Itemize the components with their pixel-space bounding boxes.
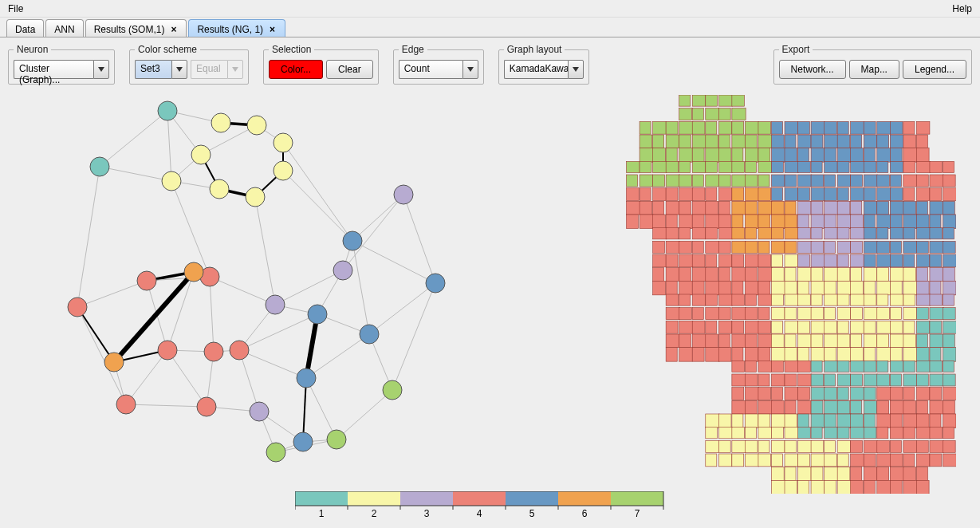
edge-select[interactable]: Count xyxy=(399,60,478,79)
tab-results-som[interactable]: Results (SOM,1)× xyxy=(85,19,187,37)
svg-rect-140 xyxy=(758,135,772,148)
svg-rect-260 xyxy=(758,201,772,215)
svg-rect-282 xyxy=(718,215,731,229)
close-icon[interactable]: × xyxy=(268,24,277,35)
svg-rect-563 xyxy=(785,388,798,400)
svg-rect-441 xyxy=(718,308,730,320)
svg-rect-470 xyxy=(811,321,825,333)
svg-rect-386 xyxy=(877,268,889,282)
svg-rect-354 xyxy=(758,254,771,267)
svg-rect-499 xyxy=(903,334,916,348)
menu-help[interactable]: Help xyxy=(947,2,977,16)
chevron-down-icon[interactable] xyxy=(171,60,187,79)
svg-rect-198 xyxy=(930,161,943,172)
svg-point-84 xyxy=(204,342,223,361)
svg-rect-540 xyxy=(930,361,943,372)
graphlayout-select[interactable]: KamadaKawai xyxy=(504,60,584,79)
svg-rect-172 xyxy=(890,148,902,163)
svg-rect-362 xyxy=(864,254,876,267)
svg-rect-120 xyxy=(785,121,798,134)
export-network-button[interactable]: Network... xyxy=(779,60,846,79)
svg-rect-480 xyxy=(943,321,956,333)
svg-rect-271 xyxy=(903,201,916,215)
svg-rect-675 xyxy=(851,467,862,481)
svg-rect-119 xyxy=(771,121,782,134)
color-legend: 1234567 xyxy=(295,491,686,523)
svg-rect-302 xyxy=(679,228,691,239)
svg-rect-131 xyxy=(640,135,652,148)
svg-rect-215 xyxy=(825,175,836,187)
svg-rect-308 xyxy=(758,228,772,239)
svg-rect-625 xyxy=(877,428,888,439)
color-button[interactable]: Color... xyxy=(269,60,323,79)
svg-rect-468 xyxy=(785,321,798,333)
svg-rect-437 xyxy=(666,308,679,320)
svg-line-48 xyxy=(126,404,207,407)
svg-rect-419 xyxy=(718,294,732,305)
svg-rect-194 xyxy=(877,161,888,172)
svg-rect-685 xyxy=(825,480,836,494)
svg-rect-491 xyxy=(798,334,812,348)
svg-rect-170 xyxy=(864,148,875,163)
tab-data[interactable]: Data xyxy=(6,19,44,37)
svg-rect-226 xyxy=(640,188,651,201)
group-export: Export Network... Map... Legend... xyxy=(773,44,972,85)
svg-rect-125 xyxy=(851,121,864,134)
svg-rect-448 xyxy=(811,308,824,320)
svg-rect-552 xyxy=(864,374,877,386)
svg-rect-290 xyxy=(825,215,836,229)
chevron-down-icon[interactable] xyxy=(568,60,584,79)
svg-rect-440 xyxy=(706,308,719,320)
svg-rect-677 xyxy=(877,467,889,481)
svg-rect-202 xyxy=(653,175,665,187)
svg-text:6: 6 xyxy=(582,508,588,519)
network-graph[interactable] xyxy=(32,95,478,478)
svg-rect-460 xyxy=(679,321,693,333)
svg-point-98 xyxy=(266,443,285,462)
choropleth-map[interactable] xyxy=(613,95,956,494)
neuron-select[interactable]: Cluster (Graph)... xyxy=(14,60,109,79)
svg-rect-476 xyxy=(890,321,903,333)
chevron-down-icon[interactable] xyxy=(93,60,109,79)
export-legend-button[interactable]: Legend... xyxy=(903,60,966,79)
svg-rect-454 xyxy=(890,308,901,320)
svg-line-18 xyxy=(403,195,435,283)
svg-rect-641 xyxy=(837,440,851,452)
svg-rect-242 xyxy=(851,188,864,201)
tab-label: ANN xyxy=(54,24,74,35)
colorscheme-select[interactable]: Set3 xyxy=(135,60,187,79)
svg-point-90 xyxy=(360,325,379,344)
svg-rect-146 xyxy=(837,135,850,148)
svg-rect-111 xyxy=(666,121,678,134)
svg-rect-573 xyxy=(916,388,930,400)
svg-rect-553 xyxy=(877,374,890,386)
clear-button[interactable]: Clear xyxy=(326,60,373,79)
export-map-button[interactable]: Map... xyxy=(849,60,899,79)
svg-rect-341 xyxy=(890,241,901,253)
select-value: Set3 xyxy=(135,60,171,79)
svg-rect-173 xyxy=(903,148,917,163)
svg-rect-398 xyxy=(732,281,743,295)
svg-rect-358 xyxy=(811,254,825,267)
svg-rect-633 xyxy=(732,440,746,452)
svg-rect-363 xyxy=(877,254,891,267)
svg-rect-395 xyxy=(692,281,704,295)
svg-rect-307 xyxy=(745,228,756,239)
svg-rect-528 xyxy=(771,361,783,372)
svg-line-39 xyxy=(171,181,210,277)
tab-ann[interactable]: ANN xyxy=(45,19,83,37)
chevron-down-icon[interactable] xyxy=(462,60,478,79)
close-icon[interactable]: × xyxy=(169,24,178,35)
svg-rect-474 xyxy=(864,321,876,333)
svg-rect-517 xyxy=(851,348,864,362)
svg-point-73 xyxy=(210,179,229,199)
toolbar: Neuron Cluster (Graph)... Color scheme S… xyxy=(0,37,980,88)
svg-rect-586 xyxy=(864,400,877,414)
tab-results-ng[interactable]: Results (NG, 1)× xyxy=(188,19,285,37)
menu-file[interactable]: File xyxy=(3,2,28,16)
svg-rect-255 xyxy=(692,201,706,215)
svg-rect-209 xyxy=(745,175,758,187)
svg-rect-295 xyxy=(890,215,902,229)
svg-point-66 xyxy=(158,101,177,120)
svg-rect-610 xyxy=(930,414,941,428)
